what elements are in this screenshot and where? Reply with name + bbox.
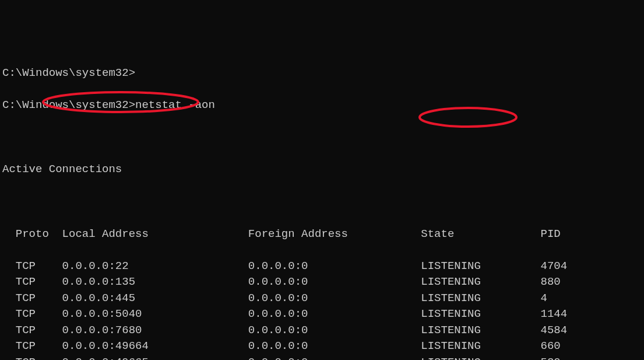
cell-foreign: 0.0.0.0:0 <box>248 306 421 323</box>
header-local: Local Address <box>62 226 248 243</box>
table-row: TCP0.0.0.0:496640.0.0.0:0LISTENING660 <box>2 338 642 355</box>
cell-proto: TCP <box>16 306 62 323</box>
cell-pid: 520 <box>541 355 561 360</box>
cell-pid: 4 <box>541 291 547 307</box>
cell-foreign: 0.0.0.0:0 <box>248 258 421 275</box>
cell-proto: TCP <box>16 258 62 275</box>
blank-line <box>2 130 642 146</box>
cell-local: 0.0.0.0:22 <box>62 258 248 275</box>
table-row: TCP0.0.0.0:76800.0.0.0:0LISTENING4584 <box>2 323 642 339</box>
cell-foreign: 0.0.0.0:0 <box>248 323 421 339</box>
cell-proto: TCP <box>16 274 62 291</box>
cell-state: LISTENING <box>421 258 540 275</box>
header-state: State <box>421 226 540 243</box>
blank-line <box>2 194 642 211</box>
table-body: TCP0.0.0.0:220.0.0.0:0LISTENING4704TCP0.… <box>2 258 642 360</box>
cell-state: LISTENING <box>421 338 540 355</box>
prompt-path: C:\Windows\system32> <box>2 99 135 111</box>
cell-foreign: 0.0.0.0:0 <box>248 274 421 291</box>
cell-local: 0.0.0.0:7680 <box>62 323 248 339</box>
table-row: TCP0.0.0.0:220.0.0.0:0LISTENING4704 <box>2 258 642 275</box>
cell-proto: TCP <box>16 323 62 339</box>
cell-state: LISTENING <box>421 291 540 307</box>
cell-proto: TCP <box>16 338 62 355</box>
cell-foreign: 0.0.0.0:0 <box>248 291 421 307</box>
cell-pid: 880 <box>541 274 561 291</box>
prompt-path: C:\Windows\system32> <box>2 67 135 79</box>
table-header-row: ProtoLocal AddressForeign AddressStatePI… <box>2 226 642 243</box>
cell-pid: 1144 <box>541 306 568 323</box>
header-pid: PID <box>541 226 561 243</box>
table-row: TCP0.0.0.0:50400.0.0.0:0LISTENING1144 <box>2 306 642 323</box>
cell-pid: 4704 <box>541 258 568 275</box>
table-row: TCP0.0.0.0:4450.0.0.0:0LISTENING4 <box>2 291 642 307</box>
prompt-line: C:\Windows\system32> <box>2 65 642 82</box>
cell-state: LISTENING <box>421 306 540 323</box>
cell-local: 0.0.0.0:445 <box>62 291 248 307</box>
table-row: TCP0.0.0.0:496650.0.0.0:0LISTENING520 <box>2 355 642 360</box>
cell-state: LISTENING <box>421 323 540 339</box>
cell-state: LISTENING <box>421 355 540 360</box>
cell-local: 0.0.0.0:49665 <box>62 355 248 360</box>
cell-local: 0.0.0.0:49664 <box>62 338 248 355</box>
cell-proto: TCP <box>16 291 62 307</box>
cell-foreign: 0.0.0.0:0 <box>248 338 421 355</box>
prompt-command: netstat -aon <box>135 99 215 111</box>
prompt-line: C:\Windows\system32>netstat -aon <box>2 97 642 114</box>
cell-proto: TCP <box>16 355 62 360</box>
header-foreign: Foreign Address <box>248 226 421 243</box>
table-row: TCP0.0.0.0:1350.0.0.0:0LISTENING880 <box>2 274 642 291</box>
cell-pid: 4584 <box>541 323 568 339</box>
header-proto: Proto <box>16 226 62 243</box>
cell-local: 0.0.0.0:5040 <box>62 306 248 323</box>
active-connections-title: Active Connections <box>2 162 642 178</box>
cell-local: 0.0.0.0:135 <box>62 274 248 291</box>
cell-foreign: 0.0.0.0:0 <box>248 355 421 360</box>
cell-pid: 660 <box>541 338 561 355</box>
cell-state: LISTENING <box>421 274 540 291</box>
